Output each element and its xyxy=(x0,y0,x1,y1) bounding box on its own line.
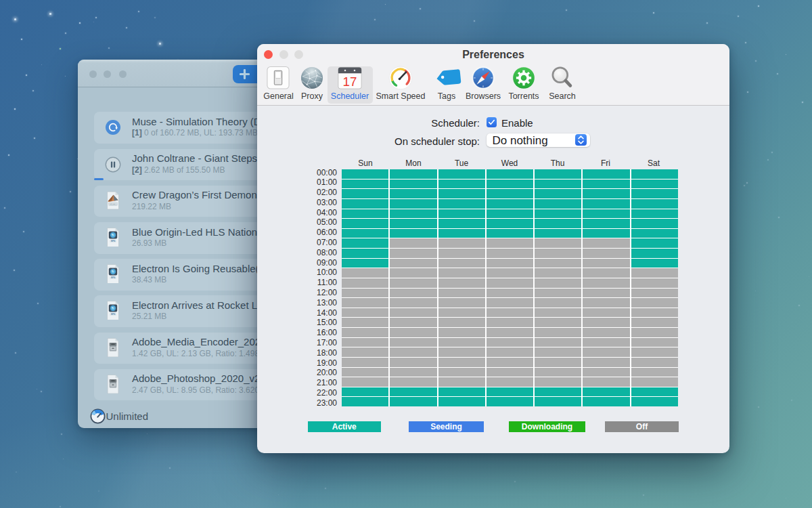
svg-text:17: 17 xyxy=(343,74,357,88)
svg-text:VIDEO: VIDEO xyxy=(109,203,116,205)
svg-text:MP4: MP4 xyxy=(111,240,116,242)
svg-text:MP4: MP4 xyxy=(111,276,116,279)
svg-text:MP4: MP4 xyxy=(111,314,116,316)
